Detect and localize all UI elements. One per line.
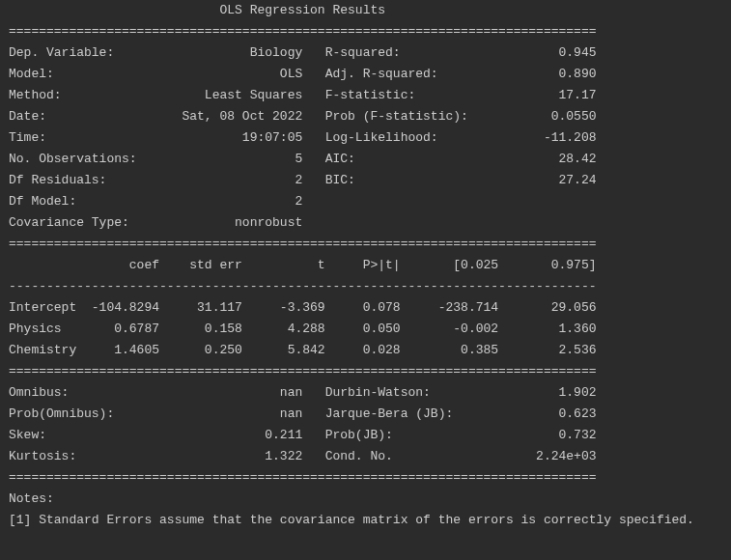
diagnostics-row: Kurtosis: 1.322 Cond. No. 2.24e+03	[9, 446, 722, 467]
diagnostics-row: Prob(Omnibus): nan Jarque-Bera (JB): 0.6…	[9, 404, 722, 425]
summary-row: Model: OLS Adj. R-squared: 0.890	[9, 64, 722, 85]
summary-row: Date: Sat, 08 Oct 2022 Prob (F-statistic…	[9, 106, 722, 127]
summary-row: Covariance Type: nonrobust	[9, 212, 722, 234]
separator-double: ========================================…	[9, 361, 722, 382]
summary-row: Method: Least Squares F-statistic: 17.17	[9, 85, 722, 106]
separator-double: ========================================…	[9, 21, 722, 42]
separator-double: ========================================…	[9, 467, 722, 489]
summary-row: Df Model: 2	[9, 191, 722, 212]
summary-row: Time: 19:07:05 Log-Likelihood: -11.208	[9, 127, 722, 149]
coef-row: Physics 0.6787 0.158 4.288 0.050 -0.002 …	[9, 319, 722, 340]
coef-header: coef std err t P>|t| [0.025 0.975]	[9, 255, 722, 276]
coef-row: Intercept -104.8294 31.117 -3.369 0.078 …	[9, 297, 722, 319]
separator-double: ========================================…	[9, 234, 722, 255]
summary-row: No. Observations: 5 AIC: 28.42	[9, 149, 722, 170]
title: OLS Regression Results	[9, 0, 722, 21]
summary-row: Dep. Variable: Biology R-squared: 0.945	[9, 42, 722, 64]
coef-row: Chemistry 1.4605 0.250 5.842 0.028 0.385…	[9, 340, 722, 361]
summary-row: Df Residuals: 2 BIC: 27.24	[9, 170, 722, 191]
diagnostics-row: Skew: 0.211 Prob(JB): 0.732	[9, 425, 722, 446]
notes-line: [1] Standard Errors assume that the cova…	[9, 510, 722, 531]
diagnostics-row: Omnibus: nan Durbin-Watson: 1.902	[9, 382, 722, 404]
ols-regression-output: OLS Regression Results==================…	[0, 0, 731, 531]
notes-heading: Notes:	[9, 489, 722, 510]
separator-single: ----------------------------------------…	[9, 276, 722, 297]
